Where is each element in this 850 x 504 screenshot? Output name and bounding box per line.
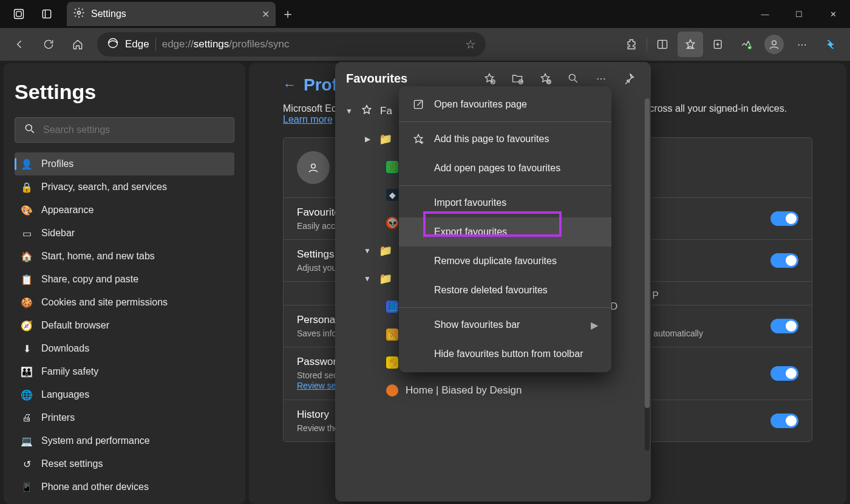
ctx-show-bar[interactable]: Show favourites bar▶ [399, 310, 611, 339]
sidebar-icon: 🔒 [21, 182, 33, 193]
edge-logo-icon [107, 37, 119, 52]
sidebar-item-family-safety[interactable]: 👪Family safety [15, 360, 234, 383]
svg-rect-1 [16, 12, 21, 16]
sidebar-item-share-copy-and-paste[interactable]: 📋Share, copy and paste [15, 268, 234, 291]
sidebar-icon: 👤 [21, 158, 33, 170]
sidebar-item-label: Downloads [41, 343, 89, 354]
tab-settings[interactable]: Settings ✕ [67, 2, 276, 26]
sidebar-item-label: Cookies and site permissions [41, 297, 168, 308]
ctx-remove-dup[interactable]: Remove duplicate favourites [399, 247, 611, 276]
sidebar-icon: 🎨 [21, 205, 33, 216]
svg-line-25 [575, 80, 577, 83]
window-controls: — ☐ ✕ [748, 0, 850, 28]
ctx-add-page[interactable]: Add this page to favourites [399, 124, 611, 154]
sidebar-icon: 💻 [21, 435, 33, 447]
scrollbar-thumb[interactable] [645, 98, 650, 408]
svg-point-4 [78, 12, 81, 15]
sidebar-icon: 👪 [21, 366, 33, 378]
scrollbar[interactable] [645, 98, 650, 451]
sidebar-icon: 📋 [21, 274, 33, 285]
ctx-import[interactable]: Import favourites [399, 188, 611, 217]
vertical-tabs-icon[interactable] [33, 0, 61, 28]
minimize-button[interactable]: — [748, 0, 782, 28]
sidebar-item-accessibility[interactable]: ♿Accessibility [15, 499, 234, 504]
performance-icon[interactable] [733, 32, 759, 57]
site-icon [386, 384, 398, 397]
sidebar-item-appearance[interactable]: 🎨Appearance [15, 199, 234, 222]
toggle-history[interactable] [770, 414, 798, 428]
sidebar-item-label: Appearance [41, 205, 93, 216]
profile-avatar-toolbar[interactable] [761, 32, 787, 57]
open-icon [412, 98, 424, 111]
learn-more-link[interactable]: Learn more [283, 114, 333, 124]
reddit-icon: 👽 [386, 217, 398, 229]
toggle-settings[interactable] [770, 253, 798, 268]
folder-icon: 📁 [379, 244, 392, 257]
star-plus-icon [412, 133, 424, 145]
sidebar-item-label: Sidebar [41, 228, 75, 239]
ctx-export[interactable]: Export favourites [399, 217, 611, 247]
sidebar-item-cookies-and-site-permissions[interactable]: 🍪Cookies and site permissions [15, 291, 234, 314]
sidebar-item-downloads[interactable]: ⬇Downloads [15, 337, 234, 360]
toggle-favourites[interactable] [770, 211, 798, 226]
favourites-toolbar-icon[interactable] [678, 32, 703, 57]
gear-icon [73, 7, 85, 21]
search-settings[interactable] [15, 117, 234, 143]
search-settings-input[interactable] [43, 124, 225, 135]
sidebar-item-default-browser[interactable]: 🧭Default browser [15, 314, 234, 337]
breadcrumb-back-icon[interactable]: ← [283, 77, 296, 93]
bookmark-row[interactable]: Home | Biased by Design [335, 376, 651, 404]
toggle-personal[interactable] [770, 319, 798, 333]
close-window-button[interactable]: ✕ [816, 0, 850, 28]
reload-button[interactable] [36, 32, 61, 56]
maximize-button[interactable]: ☐ [782, 0, 816, 28]
sidebar-item-printers[interactable]: 🖨Printers [15, 406, 234, 429]
sidebar-icon: ⬇ [21, 343, 33, 355]
ctx-restore-deleted[interactable]: Restore deleted favourites [399, 276, 611, 305]
collections-icon[interactable] [706, 32, 731, 57]
site-icon: ✋ [386, 356, 398, 369]
sidebar-item-sidebar[interactable]: ▭Sidebar [15, 222, 234, 245]
sidebar-item-phone-and-other-devices[interactable]: 📱Phone and other devices [15, 475, 234, 499]
ctx-add-open-pages[interactable]: Add open pages to favourites [399, 154, 611, 183]
split-screen-icon[interactable] [650, 32, 675, 57]
more-menu-icon[interactable]: ⋯ [789, 32, 815, 57]
favourites-context-menu: Open favourites page Add this page to fa… [399, 86, 611, 372]
settings-title: Settings [15, 80, 234, 104]
workspaces-icon[interactable] [5, 0, 33, 28]
toolbar: Edge edge://settings/profiles/sync ☆ ⋯ [0, 28, 850, 61]
divider [647, 37, 647, 52]
extensions-icon[interactable] [619, 32, 644, 57]
sidebar-item-start-home-and-new-tabs[interactable]: 🏠Start, home, and new tabs [15, 245, 234, 268]
home-button[interactable] [66, 32, 90, 56]
bookmark-star-icon[interactable]: ☆ [465, 37, 476, 52]
ctx-hide-button[interactable]: Hide favourites button from toolbar [399, 339, 611, 369]
chevron-right-icon: ▶ [591, 319, 598, 331]
tab-bar: Settings ✕ ＋ — ☐ ✕ [0, 0, 850, 28]
sidebar-item-label: Privacy, search, and services [41, 182, 167, 192]
svg-point-16 [311, 164, 316, 168]
svg-point-5 [109, 39, 118, 48]
pin-panel-icon[interactable] [618, 67, 640, 89]
sidebar-item-system-and-performance[interactable]: 💻System and performance [15, 429, 234, 452]
close-tab-icon[interactable]: ✕ [262, 9, 270, 20]
toggle-passwords[interactable] [770, 366, 798, 381]
addr-url: edge://settings/profiles/sync [162, 38, 290, 50]
sidebar-item-label: Reset settings [41, 458, 103, 469]
svg-line-15 [32, 131, 34, 133]
sidebar-icon: 🏠 [21, 251, 33, 262]
sidebar-item-reset-settings[interactable]: ↺Reset settings [15, 452, 234, 475]
sidebar-icon: 📱 [21, 482, 33, 493]
ctx-open-favourites[interactable]: Open favourites page [399, 90, 611, 119]
sidebar-item-privacy-search-and-services[interactable]: 🔒Privacy, search, and services [15, 175, 234, 199]
sidebar-item-profiles[interactable]: 👤Profiles [15, 152, 234, 175]
back-button[interactable] [7, 32, 32, 56]
folder-icon: 📁 [379, 132, 392, 146]
copilot-icon[interactable] [817, 32, 843, 57]
sidebar-icon: ↺ [21, 458, 33, 470]
sidebar-item-languages[interactable]: 🌐Languages [15, 383, 234, 406]
site-icon: 📐 [386, 329, 398, 341]
tab-title: Settings [91, 9, 126, 19]
new-tab-button[interactable]: ＋ [276, 5, 300, 23]
address-bar[interactable]: Edge edge://settings/profiles/sync ☆ [97, 32, 486, 56]
